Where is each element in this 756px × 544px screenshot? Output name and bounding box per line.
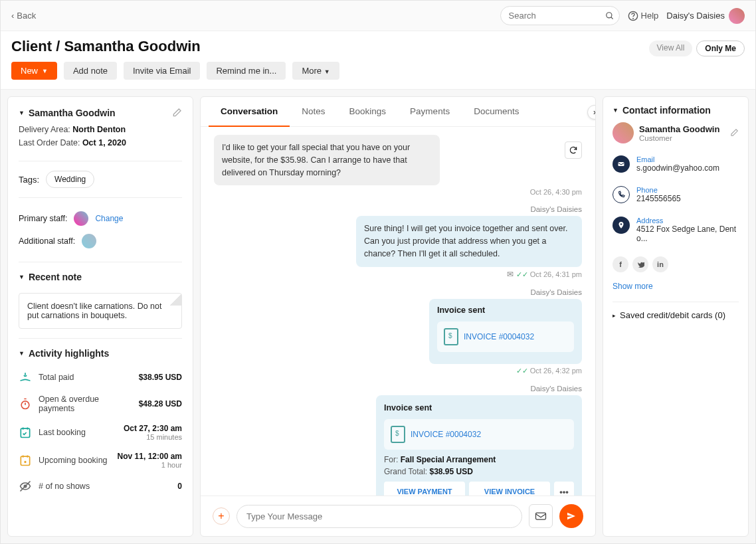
refresh-button[interactable] bbox=[565, 141, 582, 159]
tab-notes[interactable]: Notes bbox=[290, 97, 337, 126]
client-name: Samantha Goodwin bbox=[29, 108, 116, 118]
collapse-icon[interactable]: ▼ bbox=[19, 350, 25, 357]
add-note-button[interactable]: Add note bbox=[64, 62, 117, 80]
activity-no-shows: # of no shows 0 bbox=[19, 474, 182, 498]
svg-rect-10 bbox=[536, 513, 546, 519]
edit-contact-icon[interactable] bbox=[729, 128, 739, 137]
more-button[interactable]: More ▼ bbox=[292, 62, 339, 80]
contact-address: Address 4512 Fox Sedge Lane, Dento... bbox=[613, 217, 739, 243]
search-icon bbox=[605, 11, 614, 21]
contact-phone: Phone 2145556565 bbox=[613, 186, 739, 203]
add-attachment-button[interactable]: + bbox=[213, 507, 230, 525]
contact-info-header: Contact information bbox=[622, 105, 711, 116]
additional-staff-label: Additional staff: bbox=[19, 236, 75, 246]
activity-header: Activity highlights bbox=[29, 348, 109, 359]
remind-button[interactable]: Remind me in... bbox=[207, 62, 286, 80]
last-order: Last Order Date: Oct 1, 2020 bbox=[19, 138, 182, 147]
sender-label: Daisy's Daisies bbox=[214, 385, 582, 393]
svg-point-0 bbox=[606, 12, 611, 17]
chevron-down-icon: ▼ bbox=[42, 68, 48, 74]
email-toggle-button[interactable] bbox=[529, 504, 553, 528]
calendar-icon bbox=[19, 454, 32, 467]
activity-last-booking: Last booking Oct 27, 2:30 am15 minutes bbox=[19, 418, 182, 446]
chevron-down-icon: ▼ bbox=[324, 68, 330, 75]
timestamp: ✓✓Oct 26, 4:32 pm bbox=[214, 367, 582, 375]
invoice-sent-card: Invoice sent INVOICE #0004032 bbox=[429, 299, 582, 364]
money-hand-icon bbox=[19, 371, 32, 384]
invoice-more-button[interactable]: ••• bbox=[554, 482, 574, 496]
saved-cards-section[interactable]: ▸ Saved credit/debit cards (0) bbox=[613, 302, 739, 320]
eye-off-icon bbox=[19, 480, 32, 493]
contact-name: Samantha Goodwin bbox=[639, 124, 724, 134]
edit-client-icon[interactable] bbox=[171, 108, 182, 118]
svg-point-7 bbox=[25, 462, 26, 463]
envelope-icon: ✉ bbox=[507, 270, 514, 279]
twitter-icon[interactable] bbox=[632, 256, 648, 272]
phone-icon bbox=[613, 186, 630, 203]
linkedin-icon[interactable]: in bbox=[652, 256, 668, 272]
svg-line-1 bbox=[611, 17, 613, 19]
invoice-total: Grand Total: $38.95 USD bbox=[384, 467, 574, 476]
invoice-link[interactable]: INVOICE #0004032 bbox=[464, 332, 534, 341]
tag-wedding[interactable]: Wedding bbox=[46, 171, 94, 188]
invite-email-button[interactable]: Invite via Email bbox=[124, 62, 200, 80]
tags-label: Tags: bbox=[19, 175, 39, 185]
collapse-icon[interactable]: ▼ bbox=[613, 107, 618, 114]
additional-staff-avatar bbox=[82, 234, 96, 248]
tab-payments[interactable]: Payments bbox=[398, 97, 462, 126]
pin-icon bbox=[613, 217, 630, 234]
invoice-for: For: Fall Special Arrangement bbox=[384, 455, 574, 464]
sender-label: Daisy's Daisies bbox=[214, 288, 582, 296]
invoice-title: Invoice sent bbox=[437, 306, 574, 315]
help-button[interactable]: Help bbox=[628, 11, 659, 21]
user-name: Daisy's Daisies bbox=[666, 11, 725, 21]
view-invoice-button[interactable]: VIEW INVOICE bbox=[469, 482, 550, 496]
sender-label: Daisy's Daisies bbox=[214, 205, 582, 213]
svg-point-3 bbox=[632, 18, 633, 19]
tab-documents[interactable]: Documents bbox=[462, 97, 531, 126]
envelope-icon bbox=[613, 155, 630, 173]
message-input[interactable] bbox=[236, 505, 522, 528]
new-button[interactable]: New ▼ bbox=[11, 62, 57, 80]
help-label: Help bbox=[641, 11, 659, 21]
change-staff-link[interactable]: Change bbox=[95, 214, 123, 223]
new-label: New bbox=[21, 66, 38, 76]
view-payment-button[interactable]: VIEW PAYMENT bbox=[384, 482, 465, 496]
contact-email: Email s.goodwin@yahoo.com bbox=[613, 155, 739, 173]
contact-avatar bbox=[613, 122, 634, 143]
primary-staff-avatar bbox=[74, 211, 88, 226]
stopwatch-icon bbox=[19, 397, 32, 410]
collapse-icon[interactable]: ▼ bbox=[19, 110, 25, 116]
invoice-doc-icon bbox=[444, 328, 458, 345]
search-input[interactable] bbox=[500, 6, 620, 25]
saved-cards-label: Saved credit/debit cards (0) bbox=[620, 310, 725, 320]
back-button[interactable]: ‹ Back bbox=[11, 11, 36, 21]
avatar bbox=[729, 8, 745, 24]
chevron-left-icon: ‹ bbox=[11, 11, 14, 21]
show-more-link[interactable]: Show more bbox=[613, 282, 739, 291]
help-icon bbox=[628, 11, 638, 21]
invoice-doc-icon bbox=[391, 426, 405, 443]
delivery-area: Delivery Area: North Denton bbox=[19, 125, 182, 134]
view-all-pill[interactable]: View All bbox=[649, 41, 693, 56]
activity-upcoming-booking: Upcoming booking Nov 11, 12:00 am1 hour bbox=[19, 446, 182, 474]
invoice-detail-card: Invoice sent INVOICE #0004032 For: Fall … bbox=[376, 395, 582, 496]
only-me-pill[interactable]: Only Me bbox=[696, 41, 745, 56]
tab-conversation[interactable]: Conversation bbox=[209, 97, 290, 127]
send-button[interactable] bbox=[559, 504, 583, 528]
page-title: Client / Samantha Goodwin bbox=[11, 38, 745, 55]
tab-bookings[interactable]: Bookings bbox=[337, 97, 399, 126]
invoice-title: Invoice sent bbox=[384, 403, 574, 412]
collapse-icon[interactable]: ▼ bbox=[19, 274, 25, 280]
user-menu[interactable]: Daisy's Daisies bbox=[666, 8, 745, 24]
facebook-icon[interactable]: f bbox=[613, 256, 628, 272]
svg-point-12 bbox=[620, 223, 622, 225]
back-label: Back bbox=[17, 11, 36, 21]
timestamp: Oct 26, 4:30 pm bbox=[407, 188, 582, 196]
activity-total-paid: Total paid $38.95 USD bbox=[19, 365, 182, 389]
message-in: I'd like to get your fall special that y… bbox=[214, 135, 440, 185]
note-card: Client doesn't like carnations. Do not p… bbox=[19, 293, 182, 329]
invoice-link[interactable]: INVOICE #0004032 bbox=[411, 430, 481, 439]
primary-staff-label: Primary staff: bbox=[19, 214, 67, 223]
calendar-check-icon bbox=[19, 426, 32, 439]
